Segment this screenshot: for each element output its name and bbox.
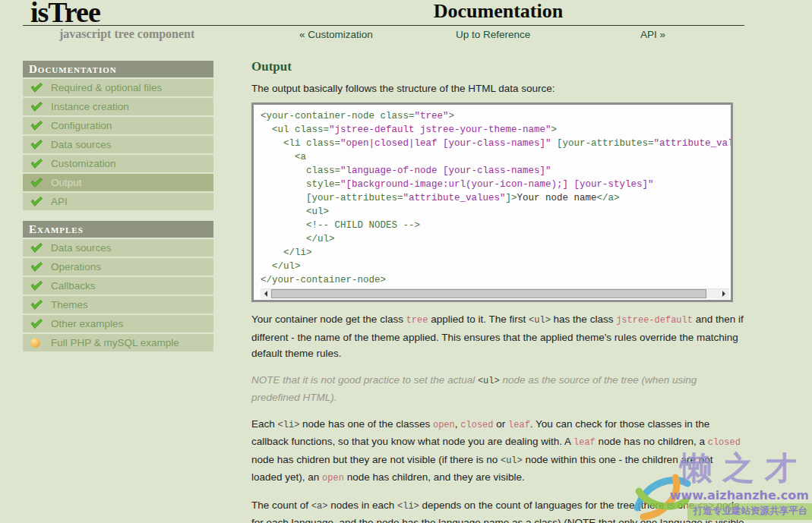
sidebar-item-themes[interactable]: Themes: [23, 296, 213, 313]
inline-code: <a>: [311, 501, 328, 512]
sidebar-item-label: API: [51, 196, 68, 207]
check-icon: [30, 159, 43, 169]
sidebar-item-customization[interactable]: Customization: [23, 155, 213, 172]
site-tagline: javascript tree component: [59, 27, 194, 41]
inline-code: <ul>: [529, 315, 551, 326]
code-line: </li>: [261, 246, 731, 260]
scroll-right-arrow-icon[interactable]: [719, 289, 729, 299]
sidebar-item-api[interactable]: API: [23, 193, 213, 210]
nav-up-to-reference[interactable]: Up to Reference: [456, 29, 530, 40]
orange-dot-icon: [30, 338, 43, 348]
check-icon: [30, 281, 43, 291]
check-icon: [30, 178, 43, 188]
inline-code: leaf: [573, 437, 596, 448]
body-paragraph: Each <li> node has one of the classes op…: [251, 416, 745, 487]
header: isTree Documentation javascript tree com…: [0, 0, 812, 59]
scroll-left-arrow-icon[interactable]: [261, 289, 270, 299]
code-line: </ul>: [261, 260, 731, 273]
inline-code: open: [322, 473, 344, 484]
sidebar-item-label: Data sources: [51, 139, 112, 150]
paragraphs: Your container node get the class tree a…: [251, 311, 745, 523]
code-line: [your-attributes="attribute_values"]>You…: [261, 191, 731, 205]
check-icon: [30, 300, 43, 310]
check-icon: [30, 83, 43, 93]
sidebar: DocumentationRequired & optional filesIn…: [23, 61, 213, 353]
page: isTree Documentation javascript tree com…: [0, 0, 812, 523]
sidebar-item-operations[interactable]: Operations: [23, 258, 213, 276]
scrollbar-thumb[interactable]: [271, 289, 706, 298]
check-icon: [30, 140, 43, 150]
code-line: </your-container-node>: [261, 273, 731, 287]
check-icon: [30, 319, 43, 329]
sidebar-item-data-sources[interactable]: Data sources: [23, 136, 213, 153]
sidebar-item-label: Configuration: [51, 120, 112, 131]
inline-code: open: [433, 420, 455, 430]
check-icon: [30, 243, 43, 254]
sidebar-item-required-optional-files[interactable]: Required & optional files: [23, 79, 213, 96]
inline-code: <ul>: [478, 376, 500, 386]
sidebar-item-label: Required & optional files: [51, 82, 162, 93]
intro-text: The output basically follows the structu…: [251, 83, 747, 94]
sidebar-item-callbacks[interactable]: Callbacks: [23, 277, 213, 295]
code-line: </ul>: [261, 232, 731, 246]
code-line: <ul>: [261, 205, 731, 219]
sidebar-item-label: Instance creation: [51, 101, 129, 112]
sidebar-item-instance-creation[interactable]: Instance creation: [23, 98, 213, 115]
code-line: <!-- CHILD NODES -->: [261, 219, 731, 232]
sidebar-item-output[interactable]: Output: [23, 174, 213, 191]
code-block: <your-container-node class="tree"> <ul c…: [251, 102, 733, 302]
header-divider: [23, 25, 744, 26]
inline-code: <li>: [397, 501, 419, 512]
horizontal-scrollbar[interactable]: [261, 288, 729, 298]
section-heading: Output: [251, 59, 747, 74]
code-line: style="[background-image:url(your-icon-n…: [261, 178, 731, 191]
note-paragraph: NOTE that it is not good practice to set…: [251, 372, 745, 406]
sidebar-item-label: Themes: [51, 299, 88, 310]
sidebar-section-title: Documentation: [23, 61, 213, 77]
main-content: Output The output basically follows the …: [251, 59, 747, 523]
check-icon: [30, 102, 43, 112]
inline-code: closed: [460, 420, 493, 430]
sidebar-item-label: Callbacks: [51, 280, 96, 291]
inline-code: closed: [708, 437, 741, 448]
code-line: <ul class="jstree-default jstree-your-th…: [261, 123, 731, 137]
sidebar-item-other-examples[interactable]: Other examples: [23, 315, 213, 332]
inline-code: leaf: [508, 420, 530, 430]
nav-prev-customization[interactable]: « Customization: [299, 29, 373, 40]
sidebar-section-title: Examples: [23, 221, 213, 238]
inline-code: jstree-default: [616, 315, 693, 326]
inline-code: tree: [406, 315, 428, 326]
sidebar-item-label: Customization: [51, 158, 116, 169]
orange-dot-icon: [30, 338, 40, 348]
code-line: <a: [261, 150, 731, 164]
sidebar-item-label: Output: [51, 177, 82, 188]
check-icon: [30, 121, 43, 131]
inline-code: <ul>: [501, 455, 523, 466]
code-line: <your-container-node class="tree">: [261, 109, 731, 123]
check-icon: [30, 262, 43, 273]
body-paragraph: Your container node get the class tree a…: [251, 311, 745, 362]
code-content: <your-container-node class="tree"> <ul c…: [261, 109, 731, 287]
sidebar-item-label: Data sources: [51, 242, 112, 254]
sidebar-item-label: Operations: [51, 261, 101, 273]
page-title: Documentation: [251, 0, 745, 23]
nav-next-api[interactable]: API »: [640, 29, 665, 40]
site-logo[interactable]: isTree: [30, 0, 100, 29]
check-icon: [30, 197, 43, 207]
sidebar-item-data-sources[interactable]: Data sources: [23, 239, 213, 257]
sidebar-item-configuration[interactable]: Configuration: [23, 117, 213, 134]
body-paragraph: The count of <a> nodes in each <li> depe…: [251, 497, 745, 523]
sidebar-item-label: Other examples: [51, 318, 123, 329]
inline-code: <a>: [697, 501, 714, 512]
sidebar-item-full-php-mysql-example[interactable]: Full PHP & mySQL example: [23, 334, 213, 351]
sidebar-item-label: Full PHP & mySQL example: [51, 337, 179, 348]
code-line: <li class="open|closed|leaf [your-class-…: [261, 137, 731, 150]
code-line: class="language-of-node [your-class-name…: [261, 164, 731, 178]
inline-code: <li>: [278, 420, 300, 430]
